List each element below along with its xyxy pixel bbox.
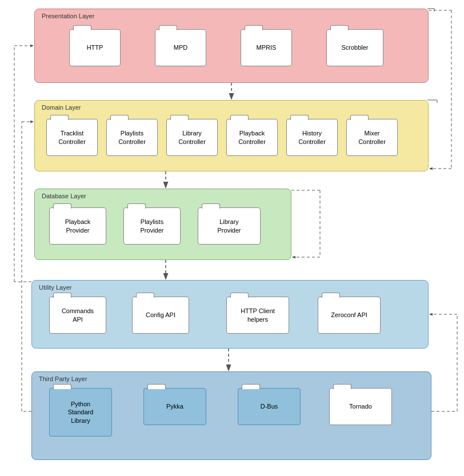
python-stdlib: PythonStandardLibrary [49,388,112,437]
scrobbler-component: Scrobbler [326,29,383,66]
thirdparty-layer: Third Party Layer PythonStandardLibrary … [31,371,431,460]
library-controller: LibraryController [166,119,218,156]
utility-layer: Utility Layer CommandsAPI Config API HTT… [31,280,429,349]
utility-layer-label: Utility Layer [39,284,71,291]
http-client-helpers: HTTP Clienthelpers [226,297,289,334]
presentation-layer: Presentation Layer HTTP MPD MPRIS Scrobb… [34,9,429,83]
database-layer: Database Layer PlaybackProvider Playlist… [34,189,291,260]
http-component: HTTP [69,29,121,66]
playlists-controller: PlaylistsController [106,119,158,156]
presentation-layer-label: Presentation Layer [42,13,94,19]
zeroconf-api: Zeroconf API [318,297,381,334]
tornado: Tornado [329,388,392,425]
library-provider: LibraryProvider [198,207,261,245]
dbus: D-Bus [238,388,301,425]
architecture-diagram: Presentation Layer HTTP MPD MPRIS Scrobb… [0,0,464,476]
config-api: Config API [132,297,189,334]
thirdparty-layer-label: Third Party Layer [39,375,87,382]
database-layer-label: Database Layer [42,193,86,199]
tracklist-controller: TracklistController [46,119,98,156]
history-controller: HistoryController [286,119,338,156]
domain-layer-label: Domain Layer [42,104,81,111]
playback-provider: PlaybackProvider [49,207,106,245]
commands-api: CommandsAPI [49,297,106,334]
playback-controller: PlaybackController [226,119,278,156]
mpris-component: MPRIS [241,29,292,66]
playlists-provider: PlaylistsProvider [123,207,181,245]
pykka: Pykka [143,388,206,425]
mixer-controller: MixerController [346,119,398,156]
mpd-component: MPD [155,29,206,66]
domain-layer: Domain Layer TracklistController Playlis… [34,100,429,171]
